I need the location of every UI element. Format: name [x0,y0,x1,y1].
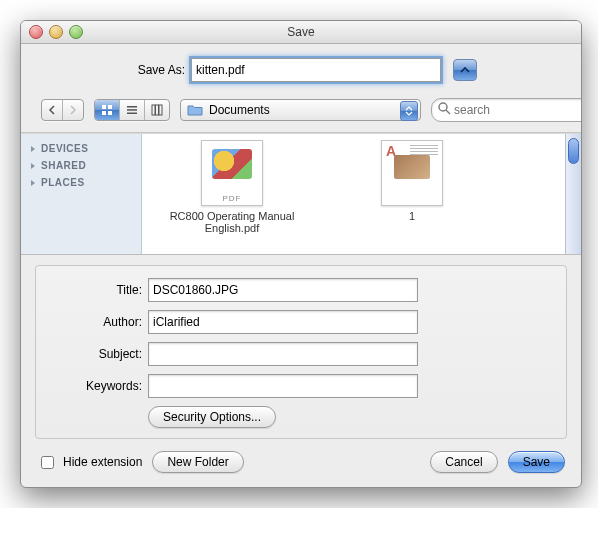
svg-rect-1 [108,105,112,109]
svg-rect-8 [156,105,159,115]
file-item[interactable]: PDF RC800 Operating Manual English.pdf [162,140,302,248]
view-columns-button[interactable] [145,100,169,120]
hide-extension-input[interactable] [41,456,54,469]
subject-label: Subject: [52,347,142,361]
scrollbar[interactable] [565,134,581,254]
search-input[interactable] [431,98,582,122]
location-label: Documents [209,103,270,117]
metadata-panel: Title: Author: Subject: Keywords: Securi… [35,265,567,439]
file-name: 1 [342,210,482,222]
nav-back-forward [41,99,84,121]
hide-extension-checkbox[interactable]: Hide extension [37,453,142,472]
save-button[interactable]: Save [508,451,565,473]
cancel-button[interactable]: Cancel [430,451,497,473]
chevron-right-icon [67,104,79,116]
window-controls [29,25,83,39]
popup-arrows-icon [400,101,418,121]
svg-rect-3 [108,111,112,115]
search-icon [437,101,451,115]
save-as-input[interactable] [191,58,441,82]
file-badge: PDF [223,194,242,203]
columns-icon [151,104,163,116]
browser-toolbar: Documents [21,92,581,133]
security-options-button[interactable]: Security Options... [148,406,276,428]
save-as-label: Save As: [125,63,185,77]
back-button[interactable] [42,100,63,120]
svg-rect-5 [127,109,137,111]
minimize-icon[interactable] [49,25,63,39]
subject-input[interactable] [148,342,418,366]
file-name: RC800 Operating Manual English.pdf [162,210,302,234]
svg-rect-9 [159,105,162,115]
sidebar-item-label: PLACES [41,177,85,188]
svg-rect-2 [102,111,106,115]
view-list-button[interactable] [120,100,145,120]
search-field-wrap [431,98,561,122]
svg-rect-6 [127,113,137,115]
sidebar: DEVICES SHARED PLACES [21,134,142,254]
close-icon[interactable] [29,25,43,39]
file-grid: PDF RC800 Operating Manual English.pdf A… [142,134,565,254]
sidebar-item-devices[interactable]: DEVICES [21,140,141,157]
file-thumbnail-icon: PDF [201,140,263,206]
window-title: Save [21,25,581,39]
list-icon [126,104,138,116]
file-browser: DEVICES SHARED PLACES PDF RC800 Operatin… [21,133,581,255]
view-icons-button[interactable] [95,100,120,120]
disclosure-right-icon [29,145,37,153]
keywords-input[interactable] [148,374,418,398]
zoom-icon[interactable] [69,25,83,39]
sidebar-item-label: SHARED [41,160,86,171]
title-label: Title: [52,283,142,297]
title-input[interactable] [148,278,418,302]
dialog-footer: Hide extension New Folder Cancel Save [21,445,581,487]
disclosure-right-icon [29,179,37,187]
forward-button[interactable] [63,100,83,120]
view-mode-switch [94,99,170,121]
svg-rect-7 [152,105,155,115]
collapse-browser-button[interactable] [453,59,477,81]
disclosure-right-icon [29,162,37,170]
sidebar-item-label: DEVICES [41,143,88,154]
grid-icon [101,104,113,116]
file-thumbnail-icon: A [381,140,443,206]
keywords-label: Keywords: [52,379,142,393]
folder-icon [187,103,203,117]
svg-rect-4 [127,106,137,108]
svg-point-10 [439,103,447,111]
save-as-row: Save As: [21,44,581,92]
new-folder-button[interactable]: New Folder [152,451,243,473]
sidebar-item-places[interactable]: PLACES [21,174,141,191]
hide-extension-label: Hide extension [63,455,142,469]
chevron-left-icon [46,104,58,116]
titlebar: Save [21,21,581,44]
file-item[interactable]: A 1 [342,140,482,248]
save-dialog: Save Save As: [20,20,582,488]
svg-line-11 [446,110,450,114]
sidebar-item-shared[interactable]: SHARED [21,157,141,174]
location-popup[interactable]: Documents [180,99,421,121]
author-label: Author: [52,315,142,329]
chevron-up-icon [460,65,470,75]
author-input[interactable] [148,310,418,334]
svg-rect-0 [102,105,106,109]
